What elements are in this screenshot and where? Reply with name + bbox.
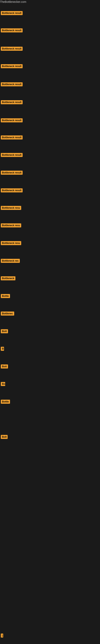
- bottleneck-badge-23: Bottle: [1, 400, 10, 404]
- bottleneck-badge-13: Bottleneck resu: [1, 224, 21, 228]
- bottleneck-badge-8: Bottleneck result: [1, 136, 23, 140]
- bottleneck-badge-15: Bottleneck res: [1, 259, 20, 264]
- bottleneck-badge-5: Bottleneck result: [1, 82, 23, 87]
- bottleneck-badge-1: Bottleneck result: [1, 11, 23, 16]
- bottleneck-badge-14: Bottleneck resu: [1, 241, 21, 246]
- bottleneck-badge-12: Bottleneck resu: [1, 206, 21, 211]
- bottleneck-badge-6: Bottleneck result: [1, 100, 23, 105]
- bottleneck-badge-4: Bottleneck result: [1, 64, 23, 69]
- bottleneck-badge-17: Bottle: [1, 294, 10, 299]
- bottleneck-badge-11: Bottleneck result: [1, 188, 23, 193]
- bottleneck-badge-9: Bottleneck result: [1, 153, 23, 158]
- bottleneck-badge-16: Bottleneck: [1, 276, 15, 281]
- bottleneck-badge-19: Bott: [1, 329, 8, 334]
- bottleneck-badge-21: Bott: [1, 364, 8, 369]
- bottleneck-badge-7: Bottleneck result: [1, 118, 23, 123]
- bottleneck-badge-22: Bo: [1, 382, 5, 387]
- bottleneck-badge-20: B: [1, 347, 4, 352]
- site-title: TheBottlenecker.com: [0, 0, 100, 4]
- bottleneck-badge-18: Bottlenec: [1, 312, 14, 316]
- bottleneck-badge-2: Bottleneck result: [1, 28, 23, 33]
- bottleneck-badge-3: Bottleneck result: [1, 47, 23, 52]
- bottleneck-badge-25: Bolt: [1, 435, 8, 440]
- bottleneck-badge-10: Bottleneck result: [1, 171, 23, 176]
- bottleneck-badge-36: |: [1, 634, 3, 638]
